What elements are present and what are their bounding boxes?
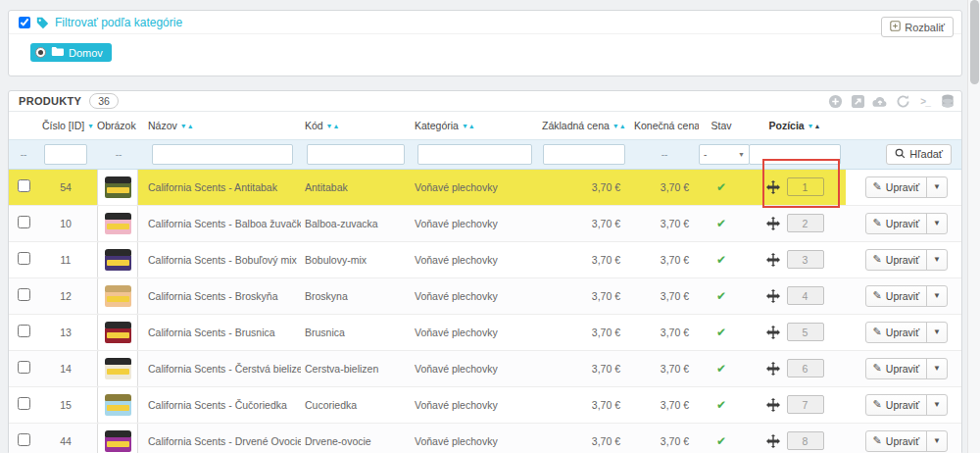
- sort-asc-active-icon[interactable]: ▲: [814, 123, 821, 129]
- status-enabled-icon[interactable]: ✔: [716, 253, 726, 267]
- product-image[interactable]: [97, 350, 138, 386]
- move-handle-icon[interactable]: [766, 434, 780, 448]
- filter-category-checkbox[interactable]: [19, 17, 30, 28]
- position-input[interactable]: [787, 395, 824, 414]
- product-name[interactable]: California Scents - Bobuľový mix: [144, 241, 301, 277]
- row-checkbox[interactable]: [18, 179, 30, 192]
- column-header-position[interactable]: Pozícia: [769, 120, 805, 131]
- product-name[interactable]: California Scents - Antitabak: [144, 169, 301, 205]
- filter-base-price-input[interactable]: [543, 144, 626, 165]
- position-input[interactable]: [787, 431, 824, 450]
- import-icon[interactable]: [872, 93, 888, 109]
- filter-position-input[interactable]: [749, 144, 841, 165]
- caret-down-icon[interactable]: ▼: [927, 219, 947, 227]
- sort-desc-icon[interactable]: ▼: [808, 123, 814, 129]
- column-header-name[interactable]: Názov: [148, 120, 177, 131]
- product-name[interactable]: California Scents - Brusnica: [144, 314, 301, 350]
- column-header-id[interactable]: Číslo [ID]: [42, 120, 84, 131]
- radio-selected-icon[interactable]: [35, 47, 46, 58]
- row-checkbox[interactable]: [18, 361, 30, 374]
- page-scrollbar[interactable]: [967, 0, 980, 453]
- caret-down-icon[interactable]: ▼: [927, 255, 947, 264]
- product-image[interactable]: [97, 277, 138, 314]
- caret-down-icon[interactable]: ▼: [927, 436, 947, 445]
- search-button[interactable]: Hľadať: [886, 144, 952, 165]
- position-input[interactable]: [787, 286, 824, 305]
- status-enabled-icon[interactable]: ✔: [716, 434, 726, 448]
- row-checkbox[interactable]: [18, 216, 30, 228]
- edit-button[interactable]: ✎ Upraviť ▼: [865, 176, 948, 198]
- column-header-base-price[interactable]: Základná cena: [542, 120, 610, 131]
- product-image[interactable]: [97, 423, 138, 453]
- status-enabled-icon[interactable]: ✔: [716, 326, 726, 339]
- sort-desc-icon[interactable]: ▼: [87, 123, 93, 129]
- product-image[interactable]: [97, 241, 138, 277]
- move-handle-icon[interactable]: [766, 180, 780, 194]
- sort-desc-icon[interactable]: ▼: [462, 123, 468, 129]
- add-icon[interactable]: [827, 93, 843, 109]
- sort-desc-icon[interactable]: ▼: [612, 123, 619, 129]
- status-enabled-icon[interactable]: ✔: [716, 362, 726, 376]
- product-image[interactable]: [97, 169, 138, 205]
- sort-desc-icon[interactable]: ▼: [326, 123, 333, 129]
- sort-asc-icon[interactable]: ▲: [619, 123, 626, 129]
- move-handle-icon[interactable]: [766, 398, 780, 412]
- edit-button[interactable]: ✎ Upraviť ▼: [865, 285, 948, 307]
- product-name[interactable]: California Scents - Broskyňa: [144, 277, 301, 314]
- expand-button[interactable]: Rozbaliť: [881, 17, 954, 37]
- sort-asc-icon[interactable]: ▲: [333, 123, 340, 129]
- filter-panel-title[interactable]: Filtrovať podľa kategórie: [55, 16, 182, 29]
- caret-down-icon[interactable]: ▼: [927, 291, 947, 300]
- scrollbar-thumb[interactable]: [970, 0, 979, 84]
- move-handle-icon[interactable]: [766, 289, 780, 303]
- filter-name-input[interactable]: [152, 144, 293, 165]
- status-enabled-icon[interactable]: ✔: [716, 398, 726, 412]
- sort-desc-icon[interactable]: ▼: [180, 123, 187, 129]
- move-handle-icon[interactable]: [766, 217, 780, 230]
- row-checkbox[interactable]: [18, 325, 30, 337]
- status-enabled-icon[interactable]: ✔: [716, 217, 726, 230]
- edit-button[interactable]: ✎ Upraviť ▼: [865, 249, 948, 271]
- product-name[interactable]: California Scents - Čučoriedka: [144, 386, 301, 423]
- row-checkbox[interactable]: [18, 433, 30, 446]
- row-checkbox[interactable]: [18, 288, 30, 301]
- position-input[interactable]: [787, 250, 824, 269]
- filter-status-select[interactable]: - ▼: [699, 144, 750, 165]
- caret-down-icon[interactable]: ▼: [927, 400, 947, 409]
- sort-asc-icon[interactable]: ▲: [187, 123, 194, 129]
- product-image[interactable]: [97, 386, 138, 423]
- sort-asc-icon[interactable]: ▲: [468, 123, 475, 129]
- refresh-icon[interactable]: [895, 93, 910, 109]
- product-name[interactable]: California Scents - Drvené Ovocie: [144, 423, 301, 453]
- caret-down-icon[interactable]: ▼: [927, 364, 947, 373]
- database-icon[interactable]: [940, 93, 956, 109]
- sql-query-icon[interactable]: >_: [917, 93, 933, 109]
- move-handle-icon[interactable]: [766, 253, 780, 267]
- caret-down-icon[interactable]: ▼: [927, 182, 947, 191]
- position-input[interactable]: [787, 177, 824, 196]
- caret-down-icon[interactable]: ▼: [927, 327, 947, 336]
- product-image[interactable]: [97, 314, 138, 350]
- edit-button[interactable]: ✎ Upraviť ▼: [865, 394, 948, 416]
- product-name[interactable]: California Scents - Čerstvá bielizeň: [144, 350, 301, 386]
- column-header-category[interactable]: Kategória: [415, 120, 459, 131]
- product-image[interactable]: [97, 205, 138, 241]
- row-checkbox[interactable]: [18, 397, 30, 410]
- move-handle-icon[interactable]: [766, 362, 780, 376]
- export-icon[interactable]: [850, 93, 865, 109]
- edit-button[interactable]: ✎ Upraviť ▼: [865, 322, 948, 343]
- category-chip-domov[interactable]: Domov: [30, 43, 112, 62]
- position-input[interactable]: [787, 359, 824, 378]
- move-handle-icon[interactable]: [766, 326, 780, 339]
- position-input[interactable]: [787, 214, 824, 232]
- filter-category-input[interactable]: [417, 144, 532, 165]
- status-enabled-icon[interactable]: ✔: [716, 180, 726, 194]
- row-checkbox[interactable]: [18, 252, 30, 265]
- column-header-code[interactable]: Kód: [305, 120, 323, 131]
- product-name[interactable]: California Scents - Balboa žuvačka: [144, 205, 301, 241]
- status-enabled-icon[interactable]: ✔: [716, 289, 726, 303]
- edit-button[interactable]: ✎ Upraviť ▼: [865, 358, 948, 379]
- position-input[interactable]: [787, 323, 824, 341]
- edit-button[interactable]: ✎ Upraviť ▼: [865, 213, 948, 234]
- filter-code-input[interactable]: [307, 144, 406, 165]
